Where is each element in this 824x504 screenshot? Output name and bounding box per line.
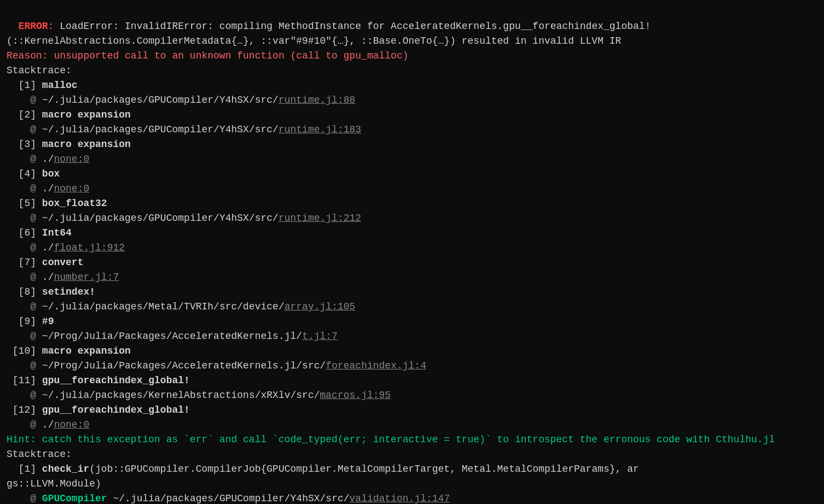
frame-3: [3] macro expansion @ ./none:0: [7, 139, 131, 165]
frame-11: [11] gpu__foreachindex_global! @ ~/.juli…: [7, 375, 391, 401]
frame-7: [7] convert @ ./number.jl:7: [7, 257, 119, 283]
gpu-compiler-label: GPUCompiler: [42, 493, 107, 504]
link-none-0-b[interactable]: none:0: [54, 183, 89, 194]
link-array-105[interactable]: array.jl:105: [285, 301, 356, 312]
link-macros-95[interactable]: macros.jl:95: [320, 390, 391, 401]
frame-1: [1] malloc @ ~/.julia/packages/GPUCompil…: [7, 80, 355, 106]
terminal-output: ERROR: LoadError: InvalidIRError: compil…: [7, 4, 817, 504]
check-ir-frame: [1] check_ir(job::GPUCompiler.CompilerJo…: [7, 464, 639, 504]
frame-12: [12] gpu__foreachindex_global! @ ./none:…: [7, 405, 190, 430]
reason-text: Reason: unsupported call to an unknown f…: [7, 50, 409, 61]
stacktrace-header-2: Stacktrace:: [7, 449, 72, 460]
link-validation-147[interactable]: validation.jl:147: [350, 493, 450, 504]
frame-2: [2] macro expansion @ ~/.julia/packages/…: [7, 109, 361, 135]
frame-5: [5] box_float32 @ ~/.julia/packages/GPUC…: [7, 198, 361, 224]
link-none-0-a[interactable]: none:0: [54, 154, 89, 165]
link-foreachindex-4[interactable]: foreachindex.jl:4: [326, 360, 426, 371]
error-message: LoadError: InvalidIRError: compiling Met…: [7, 21, 651, 46]
frame-9: [9] #9 @ ~/Prog/Julia/Packages/Accelerat…: [7, 316, 338, 342]
link-number-7[interactable]: number.jl:7: [54, 272, 119, 283]
error-label: ERROR:: [19, 21, 54, 32]
link-float-912[interactable]: float.jl:912: [54, 242, 125, 253]
link-runtime-212[interactable]: runtime.jl:212: [278, 213, 361, 224]
frame-6: [6] Int64 @ ./float.jl:912: [7, 227, 125, 253]
error-line-1: ERROR: LoadError: InvalidIRError: compil…: [7, 21, 651, 46]
link-none-0-c[interactable]: none:0: [54, 419, 89, 430]
frame-8: [8] setindex! @ ~/.julia/packages/Metal/…: [7, 286, 355, 312]
frame-4: [4] box @ ./none:0: [7, 168, 89, 194]
stacktrace-header-1: Stacktrace:: [7, 65, 72, 76]
frame-10: [10] macro expansion @ ~/Prog/Julia/Pack…: [7, 345, 426, 371]
link-runtime-88[interactable]: runtime.jl:88: [278, 95, 355, 106]
hint-text: Hint: catch this exception as `err` and …: [7, 434, 775, 445]
link-runtime-183[interactable]: runtime.jl:183: [278, 124, 361, 135]
reason-line: Reason: unsupported call to an unknown f…: [7, 50, 409, 61]
hint-line: Hint: catch this exception as `err` and …: [7, 434, 775, 445]
link-t-7[interactable]: t.jl:7: [302, 331, 338, 342]
